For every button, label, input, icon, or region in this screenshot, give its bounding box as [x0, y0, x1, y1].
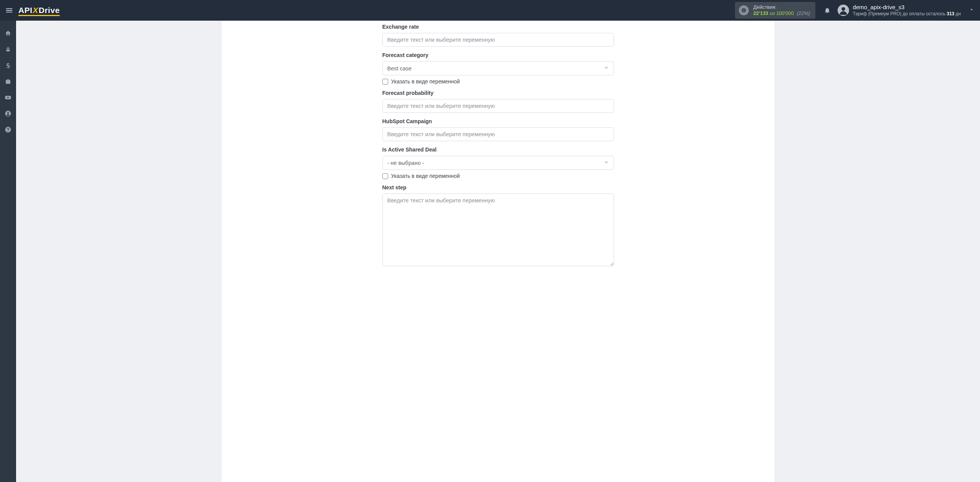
logo-underline: [18, 15, 60, 16]
checkbox-is-active-shared-deal-var: Указать в виде переменной: [382, 173, 614, 179]
user-circle-icon: [5, 110, 11, 117]
content-area: Exchange rate Forecast category Best cas…: [16, 21, 980, 482]
label-is-active-shared-deal: Is Active Shared Deal: [382, 147, 614, 153]
chevron-down-icon: [969, 7, 975, 13]
sidebar-item-help[interactable]: [0, 122, 16, 138]
select-is-active-shared-deal[interactable]: - не выбрано -: [382, 156, 614, 170]
actions-value: 22'133 из 100'000 (22%): [753, 10, 810, 16]
sidebar-item-video[interactable]: [0, 90, 16, 106]
label-hubspot-campaign: HubSpot Campaign: [382, 118, 614, 124]
sidebar-item-connections[interactable]: [0, 41, 16, 57]
user-menu-toggle[interactable]: [969, 7, 975, 14]
checkbox-label-is-active-shared-deal[interactable]: Указать в виде переменной: [391, 173, 460, 179]
youtube-icon: [5, 94, 11, 101]
sidebar-item-profile[interactable]: [0, 106, 16, 122]
bell-icon: [824, 7, 831, 14]
username: demo_apix-drive_s3: [853, 3, 961, 11]
field-forecast-category: Forecast category Best case Указать в ви…: [382, 52, 614, 85]
label-exchange-rate: Exchange rate: [382, 24, 614, 30]
sidebar: [0, 21, 16, 482]
sidebar-item-billing[interactable]: [0, 57, 16, 73]
menu-toggle-button[interactable]: [4, 5, 15, 16]
tariff-info: Тариф |Премиум PRO| до оплаты осталось 3…: [853, 11, 961, 17]
input-hubspot-campaign[interactable]: [382, 127, 614, 141]
checkbox-is-active-shared-deal-variable[interactable]: [382, 173, 388, 179]
actions-counter[interactable]: Действия: 22'133 из 100'000 (22%): [735, 2, 815, 19]
chevron-down-icon: [604, 65, 609, 72]
user-icon: [838, 5, 849, 16]
field-next-step: Next step: [382, 184, 614, 268]
select-forecast-category-value: Best case: [387, 65, 412, 72]
help-icon: [5, 126, 11, 133]
home-icon: [5, 30, 11, 37]
app-logo[interactable]: APIXDrive: [18, 6, 60, 15]
field-hubspot-campaign: HubSpot Campaign: [382, 118, 614, 141]
briefcase-icon: [5, 78, 11, 85]
logo-text-drive: Drive: [39, 6, 60, 15]
chevron-down-icon: [604, 160, 609, 166]
sidebar-item-home[interactable]: [0, 25, 16, 41]
textarea-next-step[interactable]: [382, 194, 614, 266]
sitemap-icon: [5, 46, 11, 53]
user-avatar[interactable]: [838, 5, 849, 16]
checkbox-forecast-category-var: Указать в виде переменной: [382, 78, 614, 85]
label-forecast-category: Forecast category: [382, 52, 614, 58]
logo-text-api: API: [18, 6, 33, 15]
hamburger-icon: [5, 6, 13, 15]
field-forecast-probability: Forecast probability: [382, 90, 614, 113]
info-icon: [739, 5, 749, 15]
checkbox-forecast-category-variable[interactable]: [382, 79, 388, 85]
form-card: Exchange rate Forecast category Best cas…: [222, 21, 774, 482]
field-is-active-shared-deal: Is Active Shared Deal - не выбрано - Ука…: [382, 147, 614, 179]
logo-text-x: X: [33, 6, 39, 15]
user-info[interactable]: demo_apix-drive_s3 Тариф |Премиум PRO| д…: [853, 3, 961, 17]
label-forecast-probability: Forecast probability: [382, 90, 614, 96]
dollar-icon: [5, 62, 11, 69]
checkbox-label-forecast-category[interactable]: Указать в виде переменной: [391, 78, 460, 85]
sidebar-item-apps[interactable]: [0, 73, 16, 90]
app-header: APIXDrive Действия: 22'133 из 100'000 (2…: [0, 0, 980, 21]
input-exchange-rate[interactable]: [382, 33, 614, 47]
label-next-step: Next step: [382, 184, 614, 191]
input-forecast-probability[interactable]: [382, 99, 614, 113]
select-is-active-shared-deal-value: - не выбрано -: [387, 160, 424, 166]
select-forecast-category[interactable]: Best case: [382, 61, 614, 75]
actions-label: Действия:: [753, 4, 810, 10]
field-exchange-rate: Exchange rate: [382, 24, 614, 47]
svg-point-1: [841, 7, 845, 11]
notifications-button[interactable]: [821, 7, 834, 14]
